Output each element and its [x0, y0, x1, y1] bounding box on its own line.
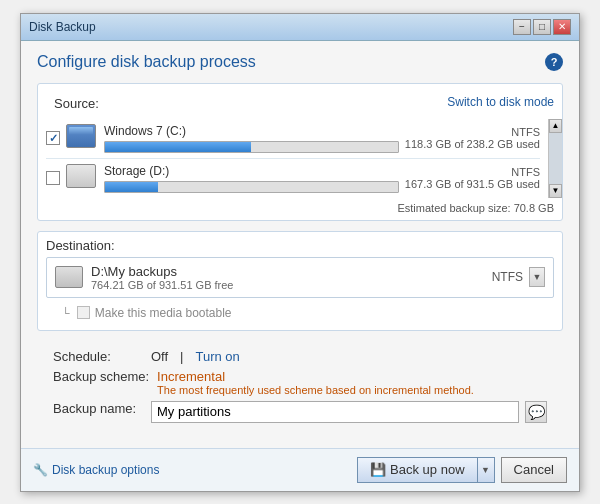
disk-item-storage-d: Storage (D:) NTFS 167.3 GB of 931.5 GB u… — [38, 159, 548, 198]
backup-name-input-row: 💬 — [151, 401, 547, 423]
storage-drive-icon — [66, 164, 96, 188]
schedule-turn-on-link[interactable]: Turn on — [196, 349, 240, 364]
scrollbar-down-button[interactable]: ▼ — [549, 184, 562, 198]
destination-item[interactable]: D:\My backups 764.21 GB of 931.51 GB fre… — [46, 257, 554, 298]
backup-name-row: Backup name: 💬 — [53, 401, 547, 423]
destination-content: Destination: D:\My backups 764.21 GB of … — [38, 232, 562, 330]
options-wrench-icon: 🔧 — [33, 463, 48, 477]
back-up-now-split-button: 💾 Back up now ▼ — [357, 457, 494, 483]
maximize-button[interactable]: □ — [533, 19, 551, 35]
bootable-indent-icon: └ — [62, 307, 70, 319]
bootable-row: └ Make this media bootable — [46, 304, 554, 322]
disk-used-storage-d: 167.3 GB of 931.5 GB used — [405, 178, 540, 190]
backup-icon: 💾 — [370, 462, 386, 477]
scrollbar-up-button[interactable]: ▲ — [549, 119, 562, 133]
scrollbar-thumb[interactable] — [549, 133, 562, 184]
disk-used-windows-c: 118.3 GB of 238.2 GB used — [405, 138, 540, 150]
disk-backup-options-link[interactable]: 🔧 Disk backup options — [33, 463, 159, 477]
progress-bar-fill-storage-d — [105, 182, 158, 192]
estimated-size-label: Estimated backup size: 70.8 GB — [38, 198, 562, 220]
back-up-now-label: Back up now — [390, 462, 464, 477]
content-area: Configure disk backup process ? Source: … — [21, 41, 579, 448]
bootable-checkbox[interactable] — [77, 306, 90, 319]
backup-scheme-value: Incremental — [157, 369, 225, 384]
back-up-now-button[interactable]: 💾 Back up now — [357, 457, 476, 483]
titlebar: Disk Backup − □ ✕ — [21, 14, 579, 41]
disk-item-windows-c: Windows 7 (C:) NTFS 118.3 GB of 238.2 GB… — [38, 119, 548, 158]
disk-icon-windows-c — [66, 124, 98, 152]
footer: 🔧 Disk backup options 💾 Back up now ▼ Ca… — [21, 448, 579, 491]
window-controls: − □ ✕ — [513, 19, 571, 35]
source-section: Source: Switch to disk mode Windows 7 (C… — [37, 83, 563, 221]
backup-name-label: Backup name: — [53, 401, 143, 416]
disk-fs-windows-c: NTFS — [405, 126, 540, 138]
disk-size-info-storage-d: NTFS 167.3 GB of 931.5 GB used — [405, 166, 540, 190]
cancel-button[interactable]: Cancel — [501, 457, 567, 483]
page-header: Configure disk backup process ? — [37, 53, 563, 71]
disk-fs-storage-d: NTFS — [405, 166, 540, 178]
disk-name-windows-c: Windows 7 (C:) — [104, 124, 399, 138]
page-title: Configure disk backup process — [37, 53, 256, 71]
bootable-label: Make this media bootable — [95, 306, 232, 320]
disk-icon-storage-d — [66, 164, 98, 192]
destination-free-space: 764.21 GB of 931.51 GB free — [91, 279, 484, 291]
switch-to-disk-mode-link[interactable]: Switch to disk mode — [447, 95, 554, 109]
destination-dropdown[interactable]: NTFS ▼ — [492, 267, 545, 287]
disk-size-info-windows-c: NTFS 118.3 GB of 238.2 GB used — [405, 126, 540, 150]
schedule-label: Schedule: — [53, 349, 143, 364]
minimize-button[interactable]: − — [513, 19, 531, 35]
destination-fs: NTFS — [492, 270, 523, 284]
footer-buttons: 💾 Back up now ▼ Cancel — [357, 457, 567, 483]
disk-checkbox-storage-d[interactable] — [46, 171, 60, 185]
schedule-value: Off — [151, 349, 168, 364]
source-label: Source: — [46, 90, 107, 115]
back-up-now-dropdown-arrow[interactable]: ▼ — [477, 457, 495, 483]
backup-name-icon-button[interactable]: 💬 — [525, 401, 547, 423]
destination-path: D:\My backups — [91, 264, 484, 279]
disk-checkbox-windows-c[interactable] — [46, 131, 60, 145]
destination-info: D:\My backups 764.21 GB of 931.51 GB fre… — [91, 264, 484, 291]
source-header: Source: Switch to disk mode — [38, 84, 562, 119]
backup-scheme-row: Backup scheme: Incremental The most freq… — [53, 369, 547, 396]
backup-scheme-info: Incremental The most frequently used sch… — [157, 369, 474, 396]
destination-drive-icon — [55, 266, 83, 288]
backup-scheme-description: The most frequently used scheme based on… — [157, 384, 474, 396]
window-title: Disk Backup — [29, 20, 96, 34]
windows-drive-icon — [66, 124, 96, 148]
help-icon[interactable]: ? — [545, 53, 563, 71]
info-rows: Schedule: Off | Turn on Backup scheme: I… — [37, 341, 563, 436]
options-link-label: Disk backup options — [52, 463, 159, 477]
backup-scheme-label: Backup scheme: — [53, 369, 149, 384]
dropdown-arrow-icon[interactable]: ▼ — [529, 267, 545, 287]
close-button[interactable]: ✕ — [553, 19, 571, 35]
destination-label: Destination: — [46, 238, 554, 257]
progress-bar-bg-storage-d — [104, 181, 399, 193]
disk-info-storage-d: Storage (D:) — [104, 164, 399, 193]
schedule-separator: | — [180, 349, 183, 364]
schedule-row: Schedule: Off | Turn on — [53, 349, 547, 364]
disk-info-windows-c: Windows 7 (C:) — [104, 124, 399, 153]
destination-section: Destination: D:\My backups 764.21 GB of … — [37, 231, 563, 331]
source-scrollbar[interactable]: ▲ ▼ — [548, 119, 562, 198]
backup-name-input[interactable] — [151, 401, 519, 423]
disk-name-storage-d: Storage (D:) — [104, 164, 399, 178]
main-window: Disk Backup − □ ✕ Configure disk backup … — [20, 13, 580, 492]
progress-bar-fill-windows-c — [105, 142, 251, 152]
progress-bar-bg-windows-c — [104, 141, 399, 153]
